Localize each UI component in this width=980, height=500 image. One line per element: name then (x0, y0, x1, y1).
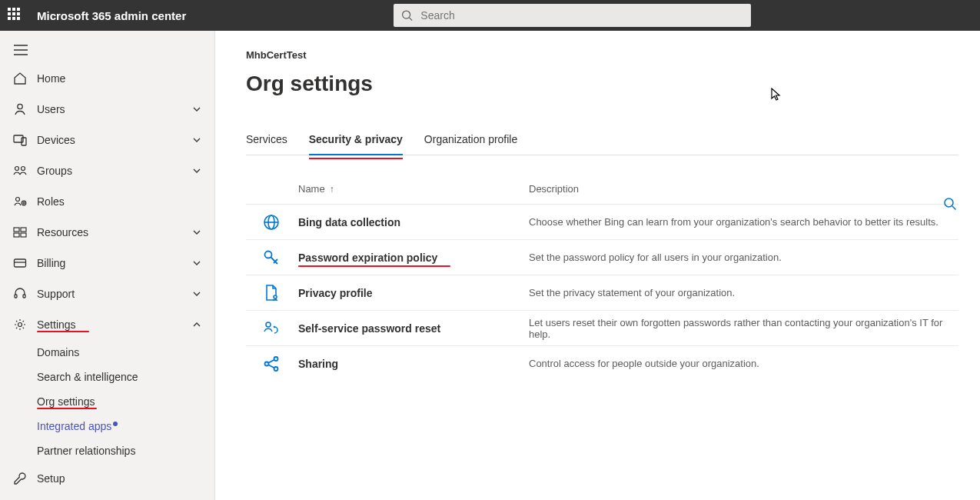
svg-rect-13 (21, 228, 26, 232)
search-input[interactable] (420, 9, 743, 22)
chevron-down-icon (191, 258, 202, 268)
nav-home[interactable]: Home (0, 63, 214, 94)
subnav-partner-relationships[interactable]: Partner relationships (0, 438, 214, 463)
tab-label: Services (246, 133, 287, 145)
nav-support[interactable]: Support (0, 278, 214, 309)
svg-point-5 (18, 104, 22, 108)
resources-icon (12, 225, 28, 240)
user-icon (12, 102, 28, 117)
column-description[interactable]: Description (529, 183, 958, 195)
svg-line-1 (410, 18, 413, 21)
roles-icon (12, 194, 28, 209)
page-search-button[interactable] (943, 197, 957, 211)
table-row[interactable]: Password expiration policy Set the passw… (246, 239, 958, 275)
sort-ascending-icon: ↑ (330, 184, 334, 195)
svg-point-8 (15, 167, 19, 171)
column-label: Description (529, 183, 579, 195)
tab-bar: Services Security & privacy Organization… (246, 133, 958, 155)
nav-label: Users (37, 103, 191, 115)
chevron-down-icon (191, 227, 202, 238)
nav-settings[interactable]: Settings (0, 309, 214, 340)
nav-setup[interactable]: Setup (0, 463, 214, 494)
hamburger-icon[interactable] (0, 34, 214, 63)
groups-icon (12, 163, 28, 178)
subnav-integrated-apps[interactable]: Integrated apps (0, 414, 214, 438)
app-launcher-icon[interactable] (8, 8, 23, 23)
subnav-label: Partner relationships (37, 445, 135, 457)
nav-label: Settings (37, 318, 191, 331)
people-sync-icon (261, 318, 281, 338)
tab-organization-profile[interactable]: Organization profile (424, 133, 517, 155)
tenant-name: MhbCertTest (246, 49, 958, 61)
nav-label: Support (37, 288, 191, 300)
svg-point-0 (403, 11, 410, 18)
subnav-label: Integrated apps (37, 420, 111, 432)
tab-label: Security & privacy (309, 133, 403, 145)
nav-label: Home (37, 72, 202, 85)
row-name: Bing data collection (298, 216, 529, 228)
nav-label: Roles (37, 195, 202, 208)
chevron-down-icon (191, 165, 202, 176)
devices-icon (12, 132, 28, 148)
row-name: Self-service password reset (298, 322, 529, 335)
main-content: MhbCertTest Org settings Services Securi… (215, 31, 980, 500)
notification-dot-icon (113, 422, 118, 426)
row-name: Password expiration policy (298, 252, 529, 264)
table-row[interactable]: Bing data collection Choose whether Bing… (246, 204, 958, 239)
svg-point-10 (16, 198, 20, 202)
table-row[interactable]: Privacy profile Set the privacy statemen… (246, 275, 958, 310)
svg-point-30 (274, 357, 278, 361)
svg-point-27 (274, 295, 277, 298)
nav-label: Billing (37, 257, 191, 269)
nav-label: Setup (37, 472, 202, 485)
chevron-down-icon (191, 135, 202, 145)
svg-line-33 (268, 365, 274, 368)
chevron-down-icon (191, 288, 202, 299)
key-icon (261, 248, 281, 268)
subnav-label: Domains (37, 346, 79, 358)
svg-rect-16 (15, 259, 26, 267)
svg-point-28 (266, 322, 271, 327)
nav-devices[interactable]: Devices (0, 125, 214, 155)
billing-icon (12, 255, 28, 271)
nav-label: Groups (37, 165, 191, 177)
document-person-icon (261, 283, 281, 303)
row-description: Choose whether Bing can learn from your … (529, 216, 958, 228)
subnav-org-settings[interactable]: Org settings (0, 389, 214, 414)
column-label: Name (298, 183, 325, 195)
row-description: Control access for people outside your o… (529, 358, 958, 369)
support-icon (12, 286, 28, 302)
svg-rect-7 (22, 138, 26, 145)
global-search[interactable] (394, 4, 751, 27)
search-icon (401, 9, 413, 22)
top-bar: Microsoft 365 admin center (0, 0, 980, 31)
svg-point-29 (265, 362, 269, 365)
subnav-search-intelligence[interactable]: Search & intelligence (0, 365, 214, 389)
nav-roles[interactable]: Roles (0, 186, 214, 217)
table-header: Name ↑ Description (246, 183, 958, 204)
tab-services[interactable]: Services (246, 133, 287, 155)
left-nav: Home Users Devices Groups Roles Resource… (0, 31, 215, 500)
column-name[interactable]: Name ↑ (298, 183, 529, 195)
page-title: Org settings (246, 72, 958, 96)
svg-line-22 (952, 206, 956, 210)
nav-billing[interactable]: Billing (0, 248, 214, 278)
svg-point-9 (22, 167, 25, 171)
row-description: Set the privacy statement of your organi… (529, 287, 958, 298)
table-row[interactable]: Self-service password reset Let users re… (246, 310, 958, 345)
tab-security-privacy[interactable]: Security & privacy (309, 133, 403, 155)
nav-users[interactable]: Users (0, 94, 214, 125)
table-row[interactable]: Sharing Control access for people outsid… (246, 345, 958, 381)
subnav-domains[interactable]: Domains (0, 340, 214, 365)
nav-groups[interactable]: Groups (0, 155, 214, 186)
subnav-label: Search & intelligence (37, 371, 138, 383)
chevron-up-icon (191, 319, 202, 330)
nav-label: Resources (37, 226, 191, 238)
subnav-label: Org settings (37, 395, 95, 408)
nav-label: Devices (37, 134, 191, 146)
share-icon (261, 354, 281, 374)
chevron-down-icon (191, 104, 202, 115)
svg-rect-14 (14, 233, 19, 237)
row-description: Let users reset their own forgotten pass… (529, 317, 958, 340)
nav-resources[interactable]: Resources (0, 217, 214, 248)
